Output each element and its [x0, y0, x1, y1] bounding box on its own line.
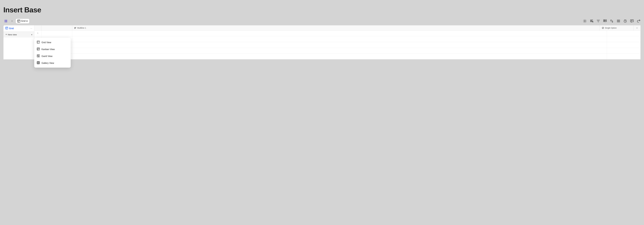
grid-view-dropdown-icon [37, 41, 40, 44]
page-container: Insert Base [3, 3, 641, 225]
kanban-view-label: Kanban View [42, 48, 55, 51]
gantt-view-dropdown-icon [37, 54, 40, 58]
svg-rect-19 [604, 21, 606, 22]
svg-rect-0 [5, 20, 6, 21]
main-content: Grid ··· + New view ▾ Multiline 1 [3, 25, 641, 60]
svg-rect-30 [6, 27, 8, 29]
table-row: 2 [34, 36, 640, 42]
svg-point-4 [12, 20, 12, 21]
toolbar: Grid ▾ [3, 18, 641, 25]
main-col-header [41, 26, 72, 30]
new-view-dropdown: Grid View Kanban View [34, 38, 71, 68]
multiline-cell[interactable] [72, 54, 607, 59]
svg-point-7 [12, 21, 13, 21]
share-icon[interactable] [637, 19, 641, 23]
svg-rect-49 [37, 63, 38, 64]
single-option-cell[interactable] [607, 42, 640, 48]
dropdown-arrow-icon: ▾ [31, 34, 32, 36]
grid-table: Multiline 1 Single Option + 1 [34, 25, 641, 60]
dropdown-item-gantt-view[interactable]: Gantt View [34, 53, 71, 60]
more-options-icon[interactable]: ··· [30, 27, 32, 30]
add-col-header[interactable]: + [634, 26, 640, 30]
multiline-cell[interactable] [72, 48, 607, 54]
option-field-icon [602, 27, 604, 29]
table-row: 1 [34, 30, 640, 36]
purple-grid-icon [4, 20, 8, 22]
svg-rect-44 [38, 56, 38, 56]
new-view-button[interactable]: + New view ▾ [4, 32, 34, 38]
sidebar-grid-label: Grid [9, 27, 29, 30]
single-option-col-header[interactable]: Single Option [600, 26, 634, 30]
svg-rect-10 [18, 20, 20, 22]
svg-rect-15 [590, 20, 592, 21]
table-row: 4 [34, 48, 640, 54]
svg-rect-45 [38, 56, 39, 56]
page-title: Insert Base [3, 3, 641, 14]
view-selector-label: Grid [21, 20, 26, 22]
svg-point-6 [12, 21, 12, 21]
sidebar: Grid ··· + New view ▾ [3, 25, 34, 60]
table-row: 3 [34, 42, 640, 48]
table-row: 5 [34, 54, 640, 59]
fields-icon[interactable] [590, 19, 594, 23]
svg-point-9 [12, 22, 13, 22]
svg-rect-39 [38, 48, 39, 49]
svg-rect-27 [630, 20, 634, 22]
add-col-icon: + [636, 27, 638, 29]
svg-point-5 [12, 20, 13, 21]
multiline-cell[interactable] [72, 42, 607, 48]
svg-rect-1 [6, 20, 7, 21]
multiline-col-label: Multiline 1 [77, 27, 86, 29]
drag-handle-btn[interactable] [10, 18, 14, 24]
chevron-down-icon: ▾ [26, 20, 28, 22]
settings-icon[interactable] [583, 19, 587, 23]
kanban-view-dropdown-icon [37, 48, 40, 51]
new-view-label: New view [8, 34, 30, 36]
single-option-cell[interactable] [607, 36, 640, 42]
sort-icon[interactable] [610, 19, 614, 23]
svg-rect-38 [38, 48, 38, 50]
grid-view-icon [6, 27, 8, 30]
multiline-cell[interactable] [72, 30, 607, 36]
row-num-cell: 1 [34, 30, 41, 36]
main-cell[interactable] [41, 30, 72, 36]
grid-icon-btn[interactable] [3, 18, 8, 24]
single-option-cell[interactable] [607, 54, 640, 59]
sidebar-item-grid[interactable]: Grid ··· [4, 26, 34, 32]
group-icon[interactable] [603, 19, 607, 23]
grid-table-icon [18, 20, 20, 22]
svg-rect-2 [5, 21, 6, 22]
single-option-cell[interactable] [607, 48, 640, 54]
svg-rect-47 [37, 62, 38, 62]
grid-view-label: Grid View [42, 41, 51, 44]
svg-point-13 [584, 20, 585, 22]
reminder-icon[interactable] [623, 19, 627, 23]
svg-rect-48 [38, 62, 39, 62]
gallery-view-dropdown-icon [37, 61, 40, 65]
svg-rect-34 [37, 41, 40, 43]
comment-icon[interactable] [630, 19, 634, 23]
view-selector-button[interactable]: Grid ▾ [16, 19, 29, 24]
multiline-col-header[interactable]: Multiline 1 [72, 26, 600, 30]
toolbar-right-icons [583, 19, 641, 23]
drag-dots-icon [11, 20, 13, 22]
filter-icon[interactable] [596, 19, 600, 23]
multiline-cell[interactable] [72, 36, 607, 42]
text-field-icon [74, 27, 76, 29]
row-num-header [34, 26, 41, 30]
row-height-icon[interactable] [616, 19, 620, 23]
single-option-col-label: Single Option [605, 27, 617, 29]
single-option-cell[interactable] [607, 30, 640, 36]
gantt-view-label: Gantt View [42, 55, 52, 58]
gallery-view-label: Gallery View [42, 62, 54, 64]
dropdown-item-grid-view[interactable]: Grid View [34, 39, 71, 46]
plus-icon: + [6, 33, 7, 36]
svg-rect-3 [6, 21, 7, 22]
svg-rect-14 [590, 20, 593, 20]
svg-point-17 [592, 21, 593, 22]
svg-rect-18 [604, 20, 606, 20]
dropdown-item-gallery-view[interactable]: Gallery View [34, 60, 71, 66]
svg-point-8 [12, 22, 12, 22]
dropdown-item-kanban-view[interactable]: Kanban View [34, 46, 71, 53]
svg-rect-50 [38, 63, 39, 64]
